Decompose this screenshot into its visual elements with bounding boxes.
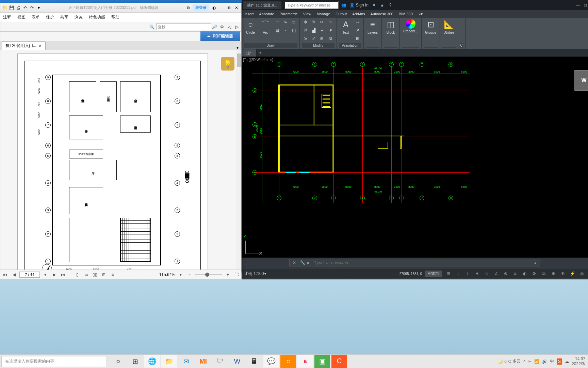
file-explorer-icon[interactable]: 📁 xyxy=(161,355,177,368)
selection-cycling-icon[interactable]: ⟳ xyxy=(531,270,538,277)
copy-icon[interactable]: ⎘ xyxy=(302,27,309,34)
offset-icon[interactable]: ⧉ xyxy=(327,35,334,42)
cmdline-config-icon[interactable]: 🔧 xyxy=(299,259,306,266)
volume-icon[interactable]: 🔊 xyxy=(542,359,547,364)
facing-icon[interactable]: ▯▯ xyxy=(92,271,98,278)
explode-icon[interactable]: ✷ xyxy=(327,27,334,34)
cad-command-line[interactable]: ✕ 🔧 ▷_ ▴ xyxy=(289,259,540,266)
pdf-editor-button[interactable]: ✒ PDF编辑器 xyxy=(200,31,240,41)
login-button[interactable]: 未登录 xyxy=(193,4,209,11)
viewcube[interactable]: W xyxy=(574,70,588,91)
menu-autodesk360[interactable]: Autodesk 360 xyxy=(371,12,393,16)
continuous-facing-icon[interactable]: ⊞ xyxy=(100,271,107,278)
cmdline-close-icon[interactable]: ✕ xyxy=(291,259,298,266)
last-page-icon[interactable]: ⏭ xyxy=(60,271,66,278)
hardware-accel-icon[interactable]: ⚡ xyxy=(569,270,576,277)
search-go-icon[interactable]: 🔎 xyxy=(211,24,217,30)
page-number-input[interactable] xyxy=(19,272,40,278)
autodesk-icon[interactable]: ▲ xyxy=(379,2,385,8)
cad-search-input[interactable] xyxy=(284,1,339,9)
tray-expand-icon[interactable]: ^ xyxy=(523,359,525,364)
block-button[interactable]: ◫ Block xyxy=(384,18,397,35)
security-icon[interactable]: 🛡 xyxy=(212,355,228,368)
menu-help[interactable]: 帮助 xyxy=(111,14,119,20)
autocad-icon[interactable]: a xyxy=(297,355,313,368)
ellipse-icon[interactable]: ⬭ xyxy=(290,18,297,26)
next-result-icon[interactable]: ▷ xyxy=(234,24,240,30)
utilities-button[interactable]: 📐 Utilities xyxy=(442,18,456,35)
layers-button[interactable]: ≡ Layers xyxy=(366,18,379,35)
otrack-icon[interactable]: ∠ xyxy=(493,270,500,277)
menu-annotate[interactable]: 注释 xyxy=(3,14,11,20)
close-icon[interactable]: ✕ xyxy=(233,5,240,11)
hatch-icon[interactable]: ▦ xyxy=(274,27,281,34)
tab-close-icon[interactable]: ✕ xyxy=(38,44,42,48)
erase-icon[interactable]: ✎ xyxy=(327,18,334,26)
green-app-icon[interactable]: ▣ xyxy=(314,355,330,368)
screenshot-icon[interactable]: ✂ xyxy=(528,359,532,364)
exchange-icon[interactable]: ✕ xyxy=(371,2,377,8)
task-view-icon[interactable]: ⊞ xyxy=(127,355,143,368)
maximize-icon[interactable]: □ xyxy=(584,3,587,7)
tips-bulb-icon[interactable]: 💡 xyxy=(221,57,234,71)
annotation-scale-icon[interactable]: ⚖ xyxy=(540,270,547,277)
fullscreen-icon[interactable]: ⛶ xyxy=(233,271,240,278)
menu-browse[interactable]: 浏览 xyxy=(75,14,83,20)
cortana-icon[interactable]: ○ xyxy=(110,355,126,368)
menu-bim360[interactable]: BIM 360 xyxy=(399,12,413,16)
single-page-icon[interactable]: ▯ xyxy=(74,271,81,278)
save-icon[interactable]: 💾 xyxy=(9,5,15,11)
prev-result-icon[interactable]: ◁ xyxy=(226,24,232,30)
print-icon[interactable]: 🖨 xyxy=(15,5,21,11)
array-icon[interactable]: ⊞ xyxy=(318,35,326,42)
mirror-icon[interactable]: ▟ xyxy=(310,27,317,34)
reflow-icon[interactable]: ≡ xyxy=(109,271,116,278)
scale-selector[interactable]: 比例 1:100 ▾ xyxy=(244,271,266,277)
spline-icon[interactable]: ∿ xyxy=(282,18,289,26)
annotation-monitor-icon[interactable]: 👁 xyxy=(559,270,566,277)
polar-icon[interactable]: ✱ xyxy=(474,270,480,277)
redo-icon[interactable]: ↷ xyxy=(29,5,35,11)
menu-manage[interactable]: Manage xyxy=(316,12,330,16)
menu-parametric[interactable]: Parametric xyxy=(280,12,298,16)
arc-button[interactable]: ⌒ Arc xyxy=(259,18,272,35)
table-icon[interactable]: ⊞ xyxy=(354,35,361,42)
menu-form[interactable]: 表单 xyxy=(32,14,40,20)
groups-button[interactable]: ⊡ Groups xyxy=(424,18,438,35)
orange-app-icon[interactable]: C xyxy=(280,355,296,368)
dropdown-icon[interactable]: ▾ xyxy=(36,5,42,11)
menu-annotate[interactable]: Annotate xyxy=(259,12,274,16)
recorder-icon[interactable]: C xyxy=(331,355,347,368)
menu-output[interactable]: Output xyxy=(336,12,347,16)
weather-widget[interactable]: 🌙 6°C 多云 xyxy=(498,358,521,364)
zoom-dropdown-icon[interactable]: ▾ xyxy=(177,271,184,278)
mi-icon[interactable]: MI xyxy=(195,355,211,368)
stretch-icon[interactable]: ⇲ xyxy=(302,35,309,42)
ortho-icon[interactable]: ⊥ xyxy=(464,270,471,277)
transparency-icon[interactable]: ◐ xyxy=(521,270,528,277)
document-tab[interactable]: 筑T20简明入门... ✕ xyxy=(2,41,46,50)
edge-icon[interactable]: 🌐 xyxy=(144,355,160,368)
continuous-icon[interactable]: ▭ xyxy=(83,271,89,278)
zoom-out-icon[interactable]: − xyxy=(186,271,193,278)
next-page-icon[interactable]: ▶ xyxy=(51,271,58,278)
menu-share[interactable]: 共享 xyxy=(60,14,68,20)
pdf-content-area[interactable]: 9 8 7 6 5 4 3 2 1 9 8 7 6 5 4 3 2 1 教学 xyxy=(0,50,241,270)
signin-button[interactable]: 👤 Sign In xyxy=(349,3,369,7)
cad-viewport[interactable]: [Top][2D Wireframe] 1 2 3 4 5 xyxy=(242,57,588,258)
search-input[interactable] xyxy=(156,24,211,30)
menu-addins[interactable]: Add-ins xyxy=(352,12,365,16)
vertical-scrollbar[interactable] xyxy=(236,50,241,270)
tab-dropdown-icon[interactable]: ▾ xyxy=(236,45,239,50)
command-input[interactable] xyxy=(313,260,530,265)
model-button[interactable]: MODEL xyxy=(425,271,442,277)
dimension-icon[interactable]: ↔ xyxy=(354,18,361,26)
help-icon[interactable]: ? xyxy=(388,2,393,8)
dyn-input-icon[interactable]: ⊕ xyxy=(502,270,509,277)
leader-icon[interactable]: ↗ xyxy=(354,27,361,34)
mail-icon[interactable]: ✉ xyxy=(178,355,194,368)
word-icon[interactable]: W xyxy=(229,355,245,368)
page-dropdown-icon[interactable]: ▾ xyxy=(42,271,49,278)
taskbar-search[interactable]: 在这里输入你要搜索的内容 xyxy=(1,356,107,367)
workspace-icon[interactable]: ⚙ xyxy=(550,270,557,277)
